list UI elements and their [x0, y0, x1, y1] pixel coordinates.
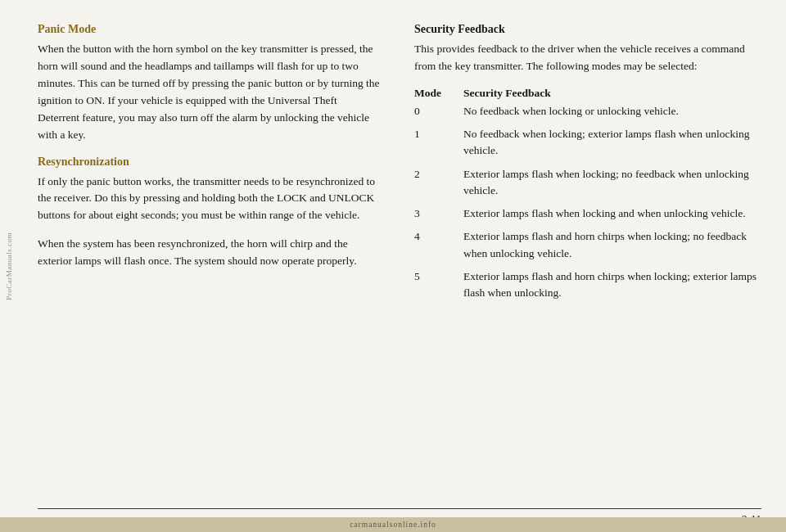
resync-heading: Resynchronization [38, 156, 382, 169]
main-content: Panic Mode When the button with the horn… [15, 0, 786, 508]
mode-cell: 5 [414, 268, 463, 309]
security-feedback-intro: This provides feedback to the driver whe… [414, 41, 761, 75]
mode-cell: 4 [414, 228, 463, 268]
resync-section: Resynchronization If only the panic butt… [38, 156, 382, 271]
side-watermark-text: ProCarManuals.com [5, 232, 13, 300]
feedback-cell: No feedback when locking; exterior lamps… [463, 126, 761, 166]
table-row: 3Exterior lamps flash when locking and w… [414, 205, 761, 228]
table-header-row: Mode Security Feedback [414, 87, 761, 103]
table-row: 5Exterior lamps flash and horn chirps wh… [414, 268, 761, 309]
table-row: 4Exterior lamps flash and horn chirps wh… [414, 228, 761, 268]
mode-cell: 2 [414, 166, 463, 206]
feedback-cell: Exterior lamps flash and horn chirps whe… [463, 228, 761, 268]
table-row: 0No feedback when locking or unlocking v… [414, 103, 761, 126]
col-header-feedback: Security Feedback [463, 87, 761, 103]
feedback-cell: No feedback when locking or unlocking ve… [463, 103, 761, 126]
col-header-mode: Mode [414, 87, 463, 103]
table-row: 1No feedback when locking; exterior lamp… [414, 126, 761, 166]
feedback-table: Mode Security Feedback 0No feedback when… [414, 87, 761, 309]
right-column: Security Feedback This provides feedback… [414, 23, 761, 500]
left-column: Panic Mode When the button with the horn… [38, 23, 382, 500]
resync-paragraph2: When the system has been resynchronized,… [38, 236, 382, 270]
page-container: ProCarManuals.com Panic Mode When the bu… [0, 0, 786, 532]
bottom-watermark-text: carmanualsonline.info [350, 521, 436, 529]
footer-line [38, 508, 761, 509]
bottom-watermark: carmanualsonline.info [0, 517, 786, 532]
panic-mode-section: Panic Mode When the button with the horn… [38, 23, 382, 144]
feedback-cell: Exterior lamps flash and horn chirps whe… [463, 268, 761, 309]
feedback-cell: Exterior lamps flash when locking and wh… [463, 205, 761, 228]
mode-cell: 1 [414, 126, 463, 166]
resync-paragraph1: If only the panic button works, the tran… [38, 174, 382, 225]
panic-mode-heading: Panic Mode [38, 23, 382, 36]
side-watermark: ProCarManuals.com [0, 0, 18, 532]
mode-cell: 3 [414, 205, 463, 228]
security-feedback-heading: Security Feedback [414, 23, 761, 36]
panic-mode-paragraph1: When the button with the horn symbol on … [38, 41, 382, 144]
table-row: 2Exterior lamps flash when locking; no f… [414, 166, 761, 206]
feedback-cell: Exterior lamps flash when locking; no fe… [463, 166, 761, 206]
mode-cell: 0 [414, 103, 463, 126]
